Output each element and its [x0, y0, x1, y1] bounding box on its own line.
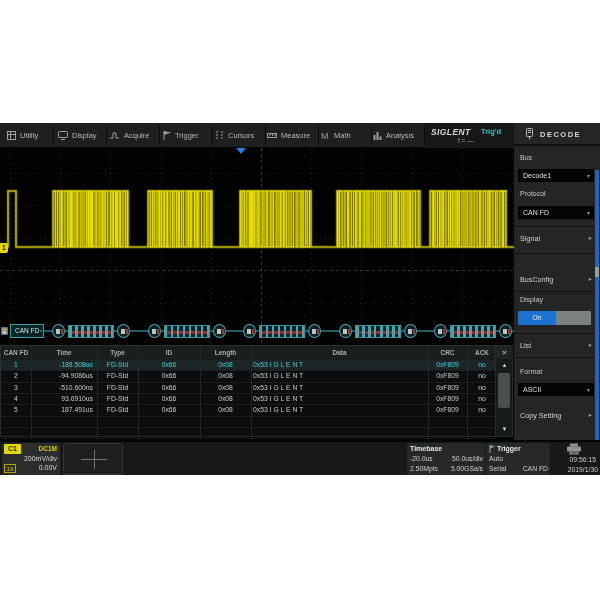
- panel-scrollbar[interactable]: [595, 170, 599, 440]
- menu-divider: [53, 126, 54, 145]
- column-separator: [251, 346, 252, 438]
- add-channel-box[interactable]: [63, 443, 123, 475]
- table-cell: no: [467, 404, 497, 415]
- table-close-icon[interactable]: ✕: [496, 346, 513, 359]
- trigger-descriptor[interactable]: Trigger Auto Serial CAN FD: [486, 443, 550, 475]
- scroll-up-icon[interactable]: ▲: [496, 360, 513, 371]
- table-cell: 0x53 I G L E N T: [253, 382, 430, 393]
- channel1-coupling: DC1M: [39, 445, 57, 452]
- frame-data-field: [164, 325, 210, 338]
- signal-item[interactable]: Signal ▸: [514, 232, 600, 246]
- column-header[interactable]: ACK: [467, 346, 497, 359]
- table-row-empty[interactable]: [1, 427, 496, 438]
- field-text-blur: [408, 329, 412, 334]
- data-bytes-marks: [69, 331, 113, 334]
- table-cell: FD-Std: [97, 359, 138, 370]
- trigger-icon: [163, 131, 171, 140]
- table-cell: 0x08: [200, 382, 251, 393]
- display-toggle[interactable]: On: [518, 311, 591, 325]
- menu-item-label: Trigger: [175, 131, 198, 140]
- menu-item-acquire[interactable]: Acquire: [110, 123, 149, 148]
- frame-data-field: [450, 325, 496, 338]
- field-text-blur: [343, 329, 347, 334]
- decode-bus-icon: [1, 326, 9, 336]
- decode-panel-header: DECODE: [514, 123, 600, 146]
- frame-id-field: [243, 324, 256, 338]
- menu-item-math[interactable]: MMath: [321, 123, 351, 148]
- copy-setting-item[interactable]: Copy Setting ▸: [514, 409, 600, 423]
- table-cell: 4: [1, 393, 31, 404]
- protocol-select-value: CAN FD: [523, 209, 549, 216]
- table-row-empty[interactable]: [1, 416, 496, 427]
- scroll-down-icon[interactable]: ▼: [496, 424, 513, 435]
- table-cell: no: [467, 382, 497, 393]
- menu-item-measure[interactable]: Measure: [267, 123, 310, 148]
- trigger-position-marker[interactable]: [236, 148, 246, 154]
- table-cell: 0x08: [200, 370, 251, 381]
- submenu-arrow-icon: ▸: [589, 411, 592, 419]
- scroll-thumb[interactable]: [498, 373, 510, 408]
- frame-crc-field: [499, 324, 512, 338]
- menu-item-display[interactable]: Display: [58, 123, 97, 148]
- menu-item-utility[interactable]: Utility: [7, 123, 38, 148]
- frame-id-field: [339, 324, 352, 338]
- chevron-down-icon: ▾: [587, 209, 590, 216]
- table-row[interactable]: 5187.491usFD-Std0x660x080x53 I G L E N T…: [1, 404, 496, 415]
- table-cell: -94.9086us: [31, 370, 93, 381]
- channel1-badge: C1: [4, 444, 21, 454]
- column-header[interactable]: ID: [138, 346, 200, 359]
- table-row[interactable]: 2-94.9086usFD-Std0x660x080x53 I G L E N …: [1, 370, 496, 381]
- frame-crc-field: [404, 324, 417, 338]
- panel-scroll-thumb[interactable]: [595, 267, 599, 277]
- display-toggle-on[interactable]: On: [518, 311, 556, 325]
- printer-icon: [566, 443, 582, 455]
- field-text-blur: [503, 329, 507, 334]
- panel-divider: [514, 333, 600, 334]
- clock-date: 2019/1/30: [568, 466, 598, 473]
- menu-bar: Utility Display Acquire Trigger Cursors …: [0, 123, 514, 148]
- busconfig-item[interactable]: BusConfig ▸: [514, 273, 600, 287]
- protocol-select[interactable]: CAN FD ▾: [518, 206, 594, 219]
- table-scrollbar[interactable]: ✕ ▲ ▼: [495, 346, 512, 436]
- siglent-logo: SIGLENT: [431, 127, 471, 137]
- waveform-area[interactable]: 1 CAN FD CAN FDTimeTypeIDLengthDataCRCAC…: [0, 148, 514, 440]
- column-header[interactable]: CAN FD: [1, 346, 31, 359]
- column-separator: [200, 346, 201, 438]
- display-toggle-off[interactable]: [556, 311, 591, 325]
- menu-item-analysis[interactable]: Analysis: [373, 123, 414, 148]
- column-header[interactable]: Type: [97, 346, 138, 359]
- column-header[interactable]: Data: [251, 346, 428, 359]
- channel1-descriptor[interactable]: C1 DC1M 200mV/div 1X 0.00V: [2, 443, 60, 475]
- table-row[interactable]: 1-188.508usFD-Std0x660x080x53 I G L E N …: [1, 359, 496, 370]
- column-separator: [31, 346, 32, 438]
- clock-time: 09:56:15: [570, 456, 596, 463]
- decode-panel-icon: [525, 128, 534, 140]
- bus-select[interactable]: Decode1 ▾: [518, 169, 594, 182]
- table-cell: 0xF809: [428, 404, 467, 415]
- utility-icon: [7, 131, 16, 140]
- row-separator: [1, 427, 496, 428]
- menu-item-trigger[interactable]: Trigger: [163, 123, 198, 148]
- menu-divider: [106, 126, 107, 145]
- column-header[interactable]: CRC: [428, 346, 467, 359]
- table-cell: 0xF809: [428, 359, 467, 370]
- table-cell: 187.491us: [31, 404, 93, 415]
- menu-divider: [212, 126, 213, 145]
- list-item[interactable]: List ▸: [514, 339, 600, 353]
- field-text-blur: [56, 329, 60, 334]
- table-cell: FD-Std: [97, 393, 138, 404]
- frame-data-field: [68, 325, 114, 338]
- column-header[interactable]: Time: [31, 346, 97, 359]
- bus-label: Bus: [520, 154, 532, 161]
- table-row[interactable]: 3-510.600nsFD-Std0x660x080x53 I G L E N …: [1, 382, 496, 393]
- menu-item-cursors[interactable]: Cursors: [215, 123, 254, 148]
- column-separator: [467, 346, 468, 438]
- timebase-scale: 50.0us/div: [452, 455, 483, 462]
- table-row[interactable]: 493.6910usFD-Std0x660x080x53 I G L E N T…: [1, 393, 496, 404]
- field-mark: [413, 329, 415, 334]
- measure-icon: [267, 131, 277, 140]
- format-select[interactable]: ASCII ▾: [518, 383, 594, 396]
- column-header[interactable]: Length: [200, 346, 251, 359]
- timebase-descriptor[interactable]: Timebase -20.0us 50.0us/div 2.50Mpts 5.0…: [407, 443, 485, 475]
- channel1-level-marker[interactable]: 1: [0, 243, 8, 253]
